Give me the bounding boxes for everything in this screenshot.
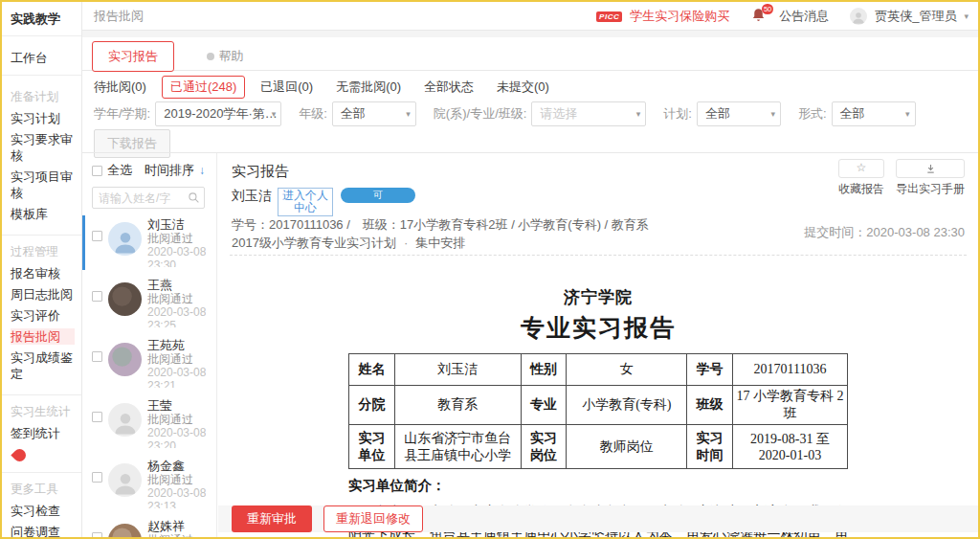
filter-value: 全部: [840, 106, 865, 121]
student-list-item[interactable]: 赵姝祥批阅通过2020-03-0823:07: [82, 514, 216, 537]
filter-select[interactable]: 全部▾: [332, 101, 416, 126]
sidebar-item[interactable]: 实习评价: [11, 307, 75, 324]
select-all-checkbox[interactable]: [92, 166, 102, 176]
student-avatar: [108, 222, 142, 256]
table-label-cell: 实习岗位: [521, 425, 567, 469]
header-right: PICC 学生实习保险购买 50 公告消息 贾英侠_管理员 ▾: [596, 2, 969, 31]
re-approve-button[interactable]: 重新审批: [232, 505, 312, 532]
insurance-purchase-link[interactable]: 学生实习保险购买: [630, 8, 729, 25]
table-label-cell: 分院: [349, 386, 395, 425]
student-info: 王莹批阅通过2020-03-0823:20: [147, 399, 206, 448]
sidebar-item[interactable]: 报告批阅: [11, 328, 75, 345]
table-value-cell: 山东省济宁市鱼台县王庙镇中心小学: [394, 425, 521, 469]
student-avatar: [108, 524, 142, 537]
student-checkbox[interactable]: [92, 532, 102, 537]
sidebar-section-label: 实习生统计: [11, 404, 81, 420]
search-icon[interactable]: [188, 191, 200, 208]
student-info: 王燕批阅通过2020-03-0823:25: [147, 279, 206, 327]
chevron-down-icon[interactable]: ▾: [964, 11, 969, 21]
drop-icon: [11, 446, 28, 463]
re-return-button[interactable]: 重新退回修改: [323, 505, 423, 532]
download-icon[interactable]: [896, 159, 965, 178]
sidebar-item[interactable]: 签到统计: [11, 425, 75, 441]
status-tab[interactable]: 未提交(0): [497, 79, 549, 96]
filter-select[interactable]: 请选择▾: [531, 101, 646, 126]
student-checkbox[interactable]: [92, 231, 102, 241]
student-avatar: [108, 343, 142, 376]
sidebar-section: 更多工具实习检查问卷调查学生实习保险: [2, 473, 81, 539]
student-list-item[interactable]: 王苑苑批阅通过2020-03-0823:21: [82, 333, 216, 393]
student-avatar: [108, 463, 142, 497]
user-menu[interactable]: 贾英侠_管理员: [875, 8, 956, 25]
filter-value: 全部: [705, 106, 730, 121]
status-tab[interactable]: 已通过(248): [162, 76, 245, 99]
status-pill[interactable]: 可: [341, 188, 415, 203]
filter-value: 全部: [341, 106, 366, 121]
sidebar-section-label: 更多工具: [11, 482, 81, 498]
filter-select[interactable]: 全部▾: [697, 101, 781, 126]
student-info: 赵姝祥批阅通过2020-03-0823:07: [147, 520, 206, 537]
tab-help[interactable]: 帮助: [207, 48, 243, 65]
sidebar-item[interactable]: 实习计划: [11, 110, 75, 126]
announcements-link[interactable]: 公告消息: [779, 8, 829, 25]
student-status: 批阅通过: [147, 533, 206, 537]
student-checkbox[interactable]: [92, 291, 102, 302]
student-checkbox[interactable]: [92, 351, 102, 362]
export-handbook-action[interactable]: 导出实习手册: [896, 159, 965, 197]
student-checkbox[interactable]: [92, 472, 102, 483]
tab-help-label: 帮助: [218, 49, 243, 63]
header-gap: [82, 31, 978, 37]
sidebar-item-workbench[interactable]: 工作台: [2, 41, 81, 76]
student-avatar: [108, 282, 142, 316]
status-tab[interactable]: 全部状态: [424, 79, 474, 96]
sort-arrow-icon[interactable]: ↓: [199, 164, 205, 177]
sidebar-item[interactable]: 问卷调查: [11, 524, 75, 539]
filter-value: 2019-2020学年·第…: [164, 106, 278, 121]
filter-select[interactable]: 2019-2020学年·第…▾: [155, 101, 281, 126]
collect-report-action[interactable]: ☆ 收藏报告: [838, 159, 884, 197]
sidebar-item[interactable]: 实习检查: [11, 503, 75, 519]
tab-internship-report[interactable]: 实习报告: [92, 41, 174, 72]
student-time: 23:13: [147, 500, 206, 508]
student-info-line: 学号：20170111036 / 班级：17小学教育专科2班 / 小学教育(专科…: [232, 216, 649, 234]
sidebar-item[interactable]: 报名审核: [11, 265, 75, 281]
student-list-item[interactable]: 杨金鑫批阅通过2020-03-0823:13: [82, 454, 216, 514]
status-tab[interactable]: 待批阅(0): [94, 79, 146, 96]
sidebar-item[interactable]: 实习成绩鉴定: [11, 349, 75, 382]
student-list-item[interactable]: 王莹批阅通过2020-03-0823:20: [82, 393, 216, 454]
doc-title: 专业实习报告: [218, 312, 978, 344]
chevron-down-icon: ▾: [905, 102, 910, 125]
app-window: 实践教学 工作台 准备计划实习计划实习要求审核实习项目审核模板库过程管理报名审核…: [0, 0, 980, 539]
table-label-cell: 性别: [521, 354, 567, 386]
sidebar-section-label: 过程管理: [11, 244, 81, 260]
student-info: 杨金鑫批阅通过2020-03-0823:13: [147, 460, 206, 508]
filter-row: 学年/学期:2019-2020学年·第…▾年级:全部▾院(系)/专业/班级:请选…: [94, 101, 970, 127]
sort-label[interactable]: 时间排序: [145, 162, 194, 179]
status-tab[interactable]: 无需批阅(0): [336, 79, 401, 96]
doc-info-table: 姓名刘玉洁性别女学号20170111036分院教育系专业小学教育(专科)班级17…: [348, 353, 848, 469]
table-value-cell: 刘玉洁: [394, 354, 521, 386]
star-icon[interactable]: ☆: [838, 159, 884, 178]
student-date: 2020-03-08: [147, 486, 206, 500]
student-search: [92, 187, 205, 209]
filter-label: 年级:: [299, 105, 327, 123]
student-time: 23:20: [147, 439, 206, 448]
sidebar-item[interactable]: 模板库: [11, 206, 75, 222]
student-list-item[interactable]: 刘玉洁批阅通过2020-03-0823:30: [82, 213, 216, 273]
student-checkbox[interactable]: [92, 412, 102, 422]
notification-bell-icon[interactable]: 50: [750, 7, 769, 26]
profile-center-link[interactable]: 进入个人中心: [278, 188, 333, 216]
table-value-cell: 17 小学教育专科 2 班: [733, 386, 848, 425]
student-list: 刘玉洁批阅通过2020-03-0823:30王燕批阅通过2020-03-0823…: [82, 213, 216, 537]
student-list-item[interactable]: 王燕批阅通过2020-03-0823:25: [82, 273, 216, 333]
user-avatar[interactable]: [850, 8, 867, 25]
table-value-cell: 小学教育(专科): [567, 386, 687, 425]
report-title: 实习报告: [232, 163, 289, 181]
table-value-cell: 教育系: [394, 386, 521, 425]
sidebar-item[interactable]: 实习要求审核: [11, 131, 75, 164]
status-tab[interactable]: 已退回(0): [260, 79, 313, 96]
status-tab-bar: 待批阅(0)已通过(248)已退回(0)无需批阅(0)全部状态未提交(0): [94, 76, 549, 99]
sidebar-item[interactable]: 实习项目审核: [11, 168, 75, 201]
sidebar-item[interactable]: 周日志批阅: [11, 286, 75, 303]
filter-select[interactable]: 全部▾: [832, 101, 916, 126]
